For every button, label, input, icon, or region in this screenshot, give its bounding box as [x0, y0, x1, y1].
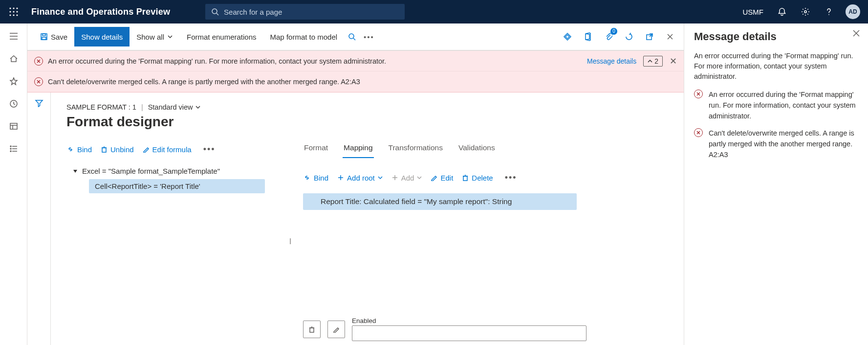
unbind-button[interactable]: Unbind	[101, 145, 134, 154]
message-details-link[interactable]: Message details	[587, 57, 636, 65]
crumb-text: SAMPLE FORMAT : 1	[66, 103, 136, 111]
breadcrumb: SAMPLE FORMAT : 1 | Standard view	[66, 103, 668, 111]
map-format-button[interactable]: Map format to model	[263, 27, 345, 46]
refresh-icon[interactable]	[619, 27, 639, 46]
hamburger-icon[interactable]	[4, 26, 23, 46]
mapping-bind-button[interactable]: Bind	[303, 174, 328, 182]
panel-title: Message details	[694, 30, 856, 43]
enabled-input[interactable]	[352, 325, 586, 341]
svg-line-10	[217, 13, 218, 15]
banner-message-1: An error occurred during the 'Format map…	[48, 57, 386, 65]
search-input[interactable]: Search for a page	[205, 4, 405, 20]
svg-point-5	[16, 11, 18, 12]
view-selector[interactable]: Standard view	[148, 103, 201, 111]
workspaces-icon[interactable]	[4, 116, 23, 136]
tab-validations[interactable]: Validations	[457, 140, 496, 158]
legal-entity[interactable]: USMF	[737, 8, 770, 16]
action-overflow-icon[interactable]: •••	[360, 27, 378, 46]
edit-square-button[interactable]	[327, 321, 345, 338]
svg-rect-42	[463, 176, 467, 181]
add-button: Add	[391, 174, 422, 182]
format-tree-pane: Bind Unbind Edit formula ••• Excel = "Sa…	[66, 140, 277, 341]
edit-formula-button[interactable]: Edit formula	[143, 145, 192, 154]
show-all-button[interactable]: Show all	[130, 27, 180, 46]
save-button[interactable]: Save	[33, 27, 74, 46]
svg-point-3	[9, 11, 11, 12]
edit-button[interactable]: Edit	[431, 174, 453, 182]
tree-root-label: Excel = "Sample format_SampleTemplate"	[82, 167, 220, 175]
chevron-up-icon	[648, 59, 652, 64]
diamond-icon[interactable]	[558, 27, 577, 46]
svg-point-6	[9, 14, 11, 16]
search-icon	[211, 8, 219, 16]
attachments-count: 0	[610, 28, 617, 35]
help-icon[interactable]	[818, 0, 840, 23]
svg-point-11	[804, 11, 806, 13]
modules-icon[interactable]	[4, 139, 23, 159]
mapping-toolbar: Bind Add root Add Edit Delete •••	[303, 169, 668, 186]
filter-icon[interactable]	[35, 99, 43, 107]
app-launcher-icon[interactable]	[4, 7, 23, 16]
mapping-overflow-icon[interactable]: •••	[502, 173, 520, 183]
message-count-toggle[interactable]: 2	[643, 56, 663, 67]
save-label: Save	[51, 33, 67, 41]
svg-rect-37	[102, 148, 106, 152]
bind-button[interactable]: Bind	[66, 145, 92, 154]
recent-icon[interactable]	[4, 94, 23, 114]
tree-overflow-icon[interactable]: •••	[200, 144, 218, 155]
tab-transformations[interactable]: Transformations	[388, 140, 444, 158]
tab-mapping[interactable]: Mapping	[343, 140, 373, 158]
svg-point-19	[10, 146, 11, 147]
format-enumerations-button[interactable]: Format enumerations	[180, 27, 263, 46]
show-details-button[interactable]: Show details	[74, 27, 130, 46]
panel-close-icon[interactable]	[852, 29, 860, 39]
chevron-down-icon	[195, 104, 201, 110]
home-icon[interactable]	[4, 49, 23, 69]
panel-message-text: An error occurred during the 'Format map…	[709, 90, 856, 121]
enabled-label: Enabled	[352, 317, 586, 324]
panel-message-text: Can't delete/overwrite merged cells. A r…	[709, 128, 856, 160]
notifications-icon[interactable]	[771, 0, 793, 23]
page-title: Format designer	[66, 114, 668, 130]
error-icon	[34, 77, 43, 86]
panel-message-item: Can't delete/overwrite merged cells. A r…	[694, 128, 856, 160]
tree-root[interactable]: Excel = "Sample format_SampleTemplate"	[66, 165, 277, 178]
chevron-down-icon	[417, 175, 422, 180]
mapping-item-selected[interactable]: Report Title: Calculated field = "My sam…	[303, 193, 577, 210]
chevron-down-icon	[167, 34, 173, 40]
left-nav-rail	[0, 23, 27, 345]
message-count: 2	[654, 57, 658, 65]
panel-summary: An error occurred during the 'Format map…	[694, 51, 856, 82]
svg-point-1	[13, 7, 14, 9]
favorites-icon[interactable]	[4, 71, 23, 91]
popout-icon[interactable]	[640, 27, 659, 46]
show-all-label: Show all	[136, 33, 164, 41]
format-enum-label: Format enumerations	[187, 33, 257, 41]
filter-rail	[27, 92, 51, 345]
settings-icon[interactable]	[795, 0, 816, 23]
caret-icon[interactable]	[73, 170, 77, 173]
tree-child-label: Cell<ReportTitle> = 'Report Title'	[95, 182, 200, 190]
banner-row-2: Can't delete/overwrite merged cells. A r…	[27, 71, 684, 92]
designer-area: SAMPLE FORMAT : 1 | Standard view Format…	[51, 92, 684, 345]
action-search-icon[interactable]	[344, 27, 360, 46]
delete-square-button[interactable]	[303, 321, 321, 338]
add-root-button[interactable]: Add root	[337, 174, 383, 182]
tab-format[interactable]: Format	[303, 140, 329, 158]
tree-child-selected[interactable]: Cell<ReportTitle> = 'Report Title'	[89, 179, 265, 193]
bottom-row: Enabled	[303, 311, 668, 341]
avatar[interactable]: AD	[846, 4, 860, 19]
office-icon[interactable]	[578, 27, 598, 46]
view-label: Standard view	[148, 103, 193, 111]
attachments-icon[interactable]: 0	[599, 27, 618, 46]
banner-close-icon[interactable]: ✕	[670, 57, 677, 66]
enabled-field: Enabled	[352, 317, 586, 341]
topbar-right: USMF AD	[737, 0, 865, 23]
delete-button[interactable]: Delete	[462, 174, 493, 182]
close-icon[interactable]	[660, 27, 680, 46]
svg-rect-16	[10, 123, 17, 129]
crumb-sep: |	[141, 103, 143, 111]
pane-resize-handle[interactable]	[288, 140, 291, 341]
svg-rect-43	[310, 328, 314, 332]
svg-point-9	[212, 9, 217, 14]
